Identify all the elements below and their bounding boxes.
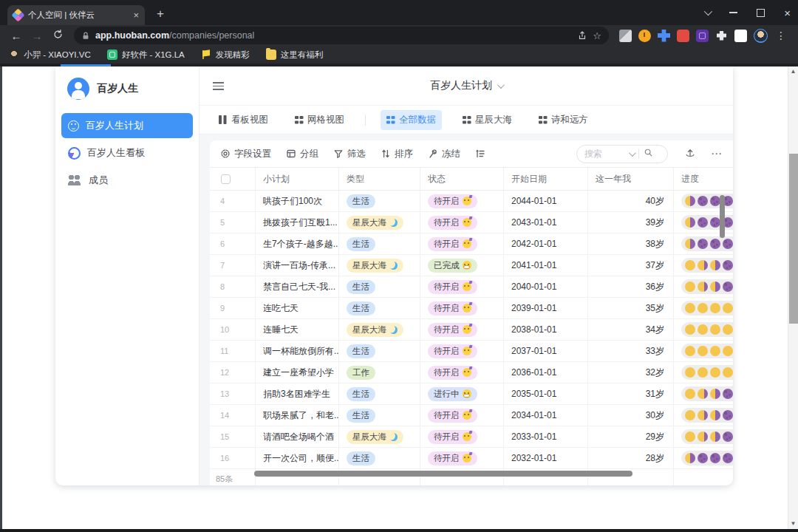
search-input[interactable]: [583, 148, 624, 160]
freeze-button[interactable]: 冻结: [428, 148, 460, 160]
bookmark-item[interactable]: 好软件 - X1G.LA: [107, 50, 185, 61]
window-maximize-button[interactable]: [757, 9, 765, 17]
cell-age[interactable]: 28岁: [588, 448, 674, 468]
cell-title[interactable]: 请酒吧全场喝个酒: [256, 426, 339, 447]
column-header-progress[interactable]: 进度: [674, 168, 733, 190]
table-row[interactable]: 14 职场呆腻了，和老... 生活 待开启 2034-01-01 30岁: [210, 405, 733, 426]
new-tab-button[interactable]: +: [157, 7, 164, 21]
cell-status[interactable]: 已完成: [420, 255, 504, 276]
cell-progress[interactable]: [674, 276, 733, 297]
workspace-row[interactable]: 百岁人生: [67, 78, 187, 100]
table-row[interactable]: 13 捐助3名困难学生 生活 进行中 2035-01-01 31岁: [210, 383, 733, 405]
cell-type[interactable]: 生活: [339, 191, 420, 211]
cell-title[interactable]: 生7个孩子-越多越...: [256, 233, 339, 254]
column-header-type[interactable]: 类型: [339, 168, 420, 190]
table-row[interactable]: 12 建立一座希望小学 工作 待开启 2036-01-01 32岁: [210, 362, 733, 383]
sort-button[interactable]: 排序: [381, 148, 413, 160]
table-row[interactable]: 7 演讲一百场-传承... 星辰大海 已完成 2041-01-01 37岁: [210, 255, 733, 276]
cell-age[interactable]: 40岁: [588, 191, 674, 211]
search-chevron-icon[interactable]: [629, 149, 636, 157]
cell-date[interactable]: 2044-01-01: [504, 191, 588, 211]
cell-date[interactable]: 2036-01-01: [504, 362, 588, 383]
cell-progress[interactable]: [674, 405, 733, 426]
cell-type[interactable]: 生活: [339, 276, 420, 297]
cell-progress[interactable]: [674, 448, 733, 468]
cell-status[interactable]: 待开启: [420, 362, 504, 383]
cell-date[interactable]: 2033-01-01: [504, 426, 588, 447]
cell-status[interactable]: 进行中: [420, 383, 504, 404]
group-button[interactable]: 分组: [286, 148, 318, 160]
filter-button[interactable]: 筛选: [333, 148, 366, 160]
tab-close-icon[interactable]: ×: [133, 10, 139, 20]
cell-title[interactable]: 哄孩子们100次: [256, 191, 339, 211]
cell-age[interactable]: 39岁: [588, 212, 674, 233]
table-row[interactable]: 8 禁言自己七天-我... 生活 待开启 2040-01-01 36岁: [210, 276, 733, 298]
page-scrollbar[interactable]: ▲ ▼: [788, 66, 798, 529]
cell-progress[interactable]: [674, 383, 733, 404]
cell-age[interactable]: 38岁: [588, 233, 674, 254]
vertical-scrollbar-thumb[interactable]: [720, 195, 725, 238]
extensions-puzzle-icon[interactable]: [715, 30, 728, 42]
cell-progress[interactable]: [674, 298, 733, 318]
search-box[interactable]: [576, 145, 668, 163]
profile-avatar[interactable]: [754, 29, 768, 43]
back-button[interactable]: ←: [7, 30, 25, 42]
window-chevron-icon[interactable]: [704, 7, 712, 16]
tab-grid-view[interactable]: 网格视图: [289, 110, 350, 130]
browser-menu-icon[interactable]: ⋮: [774, 30, 788, 41]
cell-date[interactable]: 2038-01-01: [504, 319, 588, 340]
cell-status[interactable]: 待开启: [420, 191, 504, 211]
sidebar-item-plan[interactable]: 百岁人生计划: [61, 113, 193, 138]
table-row[interactable]: 11 调一杯能放倒所有... 生活 待开启 2037-01-01 33岁: [210, 341, 733, 362]
browser-tab[interactable]: 个人空间 | 伙伴云 ×: [7, 5, 145, 25]
address-bar[interactable]: app.huoban.com/companies/personal ☆: [74, 27, 609, 44]
cell-date[interactable]: 2040-01-01: [504, 276, 588, 297]
extension-icon-purple[interactable]: [696, 30, 709, 42]
sidebar-item-members[interactable]: 成员: [61, 168, 193, 193]
window-close-button[interactable]: ×: [784, 7, 791, 18]
cell-age[interactable]: 31岁: [588, 383, 674, 404]
cell-date[interactable]: 2032-01-01: [504, 448, 588, 468]
cell-status[interactable]: 待开启: [420, 405, 504, 426]
column-header-age[interactable]: 这一年我: [588, 168, 674, 190]
cell-status[interactable]: 待开启: [420, 233, 504, 254]
cell-type[interactable]: 生活: [339, 341, 420, 361]
cell-date[interactable]: 2035-01-01: [504, 383, 588, 404]
table-row[interactable]: 10 连睡七天 星辰大海 待开启 2038-01-01 34岁: [210, 319, 733, 341]
cell-title[interactable]: 捐助3名困难学生: [256, 383, 339, 404]
bookmark-item[interactable]: 发现精彩: [201, 50, 250, 61]
cell-title[interactable]: 调一杯能放倒所有...: [256, 341, 339, 361]
cell-progress[interactable]: [674, 362, 733, 383]
cell-age[interactable]: 37岁: [588, 255, 674, 276]
split-screen-icon[interactable]: [734, 30, 747, 42]
cell-title[interactable]: 连吃七天: [256, 298, 339, 318]
cell-date[interactable]: 2034-01-01: [504, 405, 588, 426]
cell-status[interactable]: 待开启: [420, 276, 504, 297]
table-row[interactable]: 5 挑拨孩子们互殴1... 星辰大海 待开启 2043-01-01 39岁: [210, 212, 733, 233]
cell-progress[interactable]: [674, 319, 733, 340]
cell-status[interactable]: 待开启: [420, 319, 504, 340]
cell-type[interactable]: 星辰大海: [339, 426, 420, 447]
scroll-up-arrow-icon[interactable]: ▲: [788, 66, 798, 77]
cell-status[interactable]: 待开启: [420, 212, 504, 233]
bookmark-star-icon[interactable]: ☆: [593, 30, 601, 41]
reload-button[interactable]: [49, 29, 66, 42]
cell-date[interactable]: 2037-01-01: [504, 341, 588, 361]
extension-icon-plus[interactable]: [658, 30, 670, 42]
cell-title[interactable]: 开一次公司，顺便...: [256, 448, 339, 468]
cell-age[interactable]: 36岁: [588, 276, 674, 297]
cell-type[interactable]: 生活: [339, 298, 420, 318]
table-row[interactable]: 4 哄孩子们100次 生活 待开启 2044-01-01 40岁: [210, 191, 733, 212]
cell-status[interactable]: 待开启: [420, 448, 504, 468]
cell-age[interactable]: 29岁: [588, 426, 674, 447]
cell-title[interactable]: 挑拨孩子们互殴1...: [256, 212, 339, 233]
cell-progress[interactable]: [674, 255, 733, 276]
cell-age[interactable]: 33岁: [588, 341, 674, 361]
cell-age[interactable]: 35岁: [588, 298, 674, 318]
bookmark-item[interactable]: 小羿 - XIAOYI.VC: [9, 50, 91, 61]
search-icon[interactable]: [644, 148, 653, 160]
extension-icon-red[interactable]: [677, 30, 689, 42]
cell-progress[interactable]: [674, 426, 733, 447]
share-icon[interactable]: [577, 30, 587, 41]
table-row[interactable]: 16 开一次公司，顺便... 生活 待开启 2032-01-01 28岁: [210, 448, 733, 469]
